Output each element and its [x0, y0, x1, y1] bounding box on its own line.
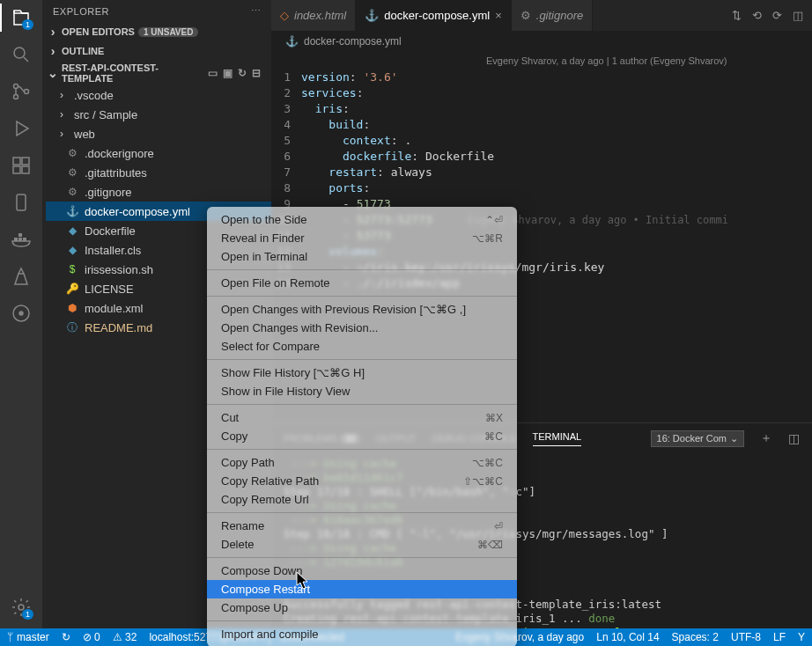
code-line[interactable]: 3 iris:: [271, 101, 812, 117]
status-position[interactable]: Ln 10, Col 14: [596, 631, 659, 643]
section-outline[interactable]: › OUTLINE: [42, 41, 271, 61]
code-line[interactable]: 5 context: .: [271, 133, 812, 149]
status-branch[interactable]: ᛘ master: [7, 631, 49, 643]
menu-item[interactable]: Compose Up: [207, 598, 517, 617]
gitlens-icon[interactable]: [11, 266, 32, 287]
compare-icon[interactable]: ⇅: [732, 9, 742, 22]
status-warnings[interactable]: ⚠ 32: [113, 631, 137, 643]
menu-item[interactable]: Copy⌘C: [207, 427, 517, 445]
menu-item[interactable]: Copy Relative Path⇧⌥⌘C: [207, 472, 517, 490]
explorer-icon[interactable]: 1: [11, 7, 32, 28]
menu-label: Cut: [221, 411, 239, 424]
new-terminal-icon[interactable]: ＋: [760, 430, 772, 446]
split-terminal-icon[interactable]: ◫: [788, 431, 800, 445]
line-number: 2: [271, 85, 301, 101]
editor-tab[interactable]: ⚙.gitignore: [512, 0, 593, 31]
editor-tab[interactable]: ⚓docker-compose.yml×: [356, 0, 512, 31]
tab-label: index.html: [294, 9, 346, 22]
menu-item[interactable]: Compose Restart: [207, 580, 517, 598]
menu-item[interactable]: Show in File History View: [207, 382, 517, 400]
more-icon[interactable]: ⋯: [251, 5, 262, 17]
menu-item[interactable]: Open Changes with Previous Revision [⌥⌘G…: [207, 300, 517, 319]
menu-label: Compose Restart: [221, 583, 310, 596]
code-line[interactable]: 6 dockerfile: Dockerfile: [271, 149, 812, 165]
settings-icon[interactable]: 1: [11, 597, 32, 618]
code-line[interactable]: 4 build:: [271, 117, 812, 133]
code-line[interactable]: 8 ports:: [271, 180, 812, 196]
close-icon[interactable]: ×: [495, 9, 502, 22]
menu-item[interactable]: Import and compile: [207, 625, 517, 643]
collapse-icon[interactable]: ⊟: [252, 67, 261, 79]
search-icon[interactable]: [11, 44, 32, 65]
section-project[interactable]: ⌄ REST-API-CONTEST-TEMPLATE ▭ ▣ ↻ ⊟: [42, 61, 271, 85]
folder-item[interactable]: ›src / Sample: [46, 105, 271, 124]
file-icon: 🔑: [65, 283, 79, 295]
file-item[interactable]: ⚙.gitignore: [46, 182, 271, 202]
menu-separator: [207, 296, 517, 297]
svg-point-3: [25, 90, 29, 94]
tab-terminal[interactable]: TERMINAL: [533, 431, 582, 446]
new-folder-icon[interactable]: ▣: [223, 67, 233, 79]
docker-icon[interactable]: [11, 229, 32, 250]
menu-item[interactable]: Copy Path⌥⌘C: [207, 453, 517, 472]
menu-item[interactable]: Open to the Side⌃⏎: [207, 210, 517, 229]
menu-item[interactable]: Select for Compare: [207, 337, 517, 356]
chevron-right-icon: ›: [55, 89, 69, 101]
line-number: 4: [271, 117, 301, 133]
editor-tab[interactable]: ◇index.html: [271, 0, 356, 31]
breadcrumb[interactable]: ⚓ docker-compose.yml: [271, 31, 812, 52]
item-label: docker-compose.yml: [85, 205, 190, 218]
chevron-right-icon: ›: [55, 108, 69, 121]
file-icon: ⚓: [365, 9, 379, 22]
refresh-icon[interactable]: ↻: [238, 67, 247, 79]
file-item[interactable]: ⚙.dockerignore: [46, 143, 271, 163]
menu-item[interactable]: Show File History [⌥⌘G H]: [207, 363, 517, 382]
menu-item[interactable]: Open File on Remote: [207, 274, 517, 292]
tab-label: .gitignore: [536, 9, 583, 22]
menu-item[interactable]: Copy Remote Url: [207, 490, 517, 509]
folder-item[interactable]: ›.vscode: [46, 85, 271, 105]
menu-item[interactable]: Cut⌘X: [207, 408, 517, 427]
line-number: 5: [271, 133, 301, 149]
file-icon: ⚙: [65, 186, 79, 198]
status-language[interactable]: Y: [798, 631, 805, 643]
item-label: Installer.cls: [85, 244, 141, 257]
folder-item[interactable]: ›web: [46, 124, 271, 143]
line-number: 1: [271, 70, 301, 85]
split-icon[interactable]: ◫: [793, 9, 803, 22]
breadcrumb-file: docker-compose.yml: [304, 35, 402, 48]
menu-item[interactable]: Open Changes with Revision...: [207, 319, 517, 337]
menu-item[interactable]: Rename⏎: [207, 517, 517, 535]
code-line[interactable]: 7 restart: always: [271, 165, 812, 180]
status-errors[interactable]: ⊘ 0: [83, 631, 100, 643]
menu-label: Compose Up: [221, 601, 288, 614]
section-open-editors[interactable]: › OPEN EDITORS 1 UNSAVED: [42, 22, 271, 41]
context-menu[interactable]: Open to the Side⌃⏎Reveal in Finder⌥⌘ROpe…: [207, 207, 517, 646]
debug-icon[interactable]: [11, 118, 32, 139]
status-encoding[interactable]: UTF-8: [731, 631, 761, 643]
status-eol[interactable]: LF: [773, 631, 786, 643]
menu-item[interactable]: Open in Terminal: [207, 247, 517, 266]
menu-label: Open in Terminal: [221, 250, 307, 263]
code-line[interactable]: 1version: '3.6': [271, 70, 812, 85]
status-spaces[interactable]: Spaces: 2: [672, 631, 719, 643]
objectscript-icon[interactable]: [11, 192, 32, 213]
file-icon: ⚙: [65, 147, 79, 159]
source-control-icon[interactable]: [11, 81, 32, 102]
status-sync[interactable]: ↻: [62, 631, 70, 643]
terminal-selector[interactable]: 16: Docker Com ⌄: [651, 430, 744, 447]
prev-icon[interactable]: ⟲: [752, 9, 762, 22]
menu-item[interactable]: Delete⌘⌫: [207, 535, 517, 554]
extensions-icon[interactable]: [11, 155, 32, 176]
item-label: .vscode: [74, 89, 114, 102]
file-item[interactable]: ⚙.gitattributes: [46, 163, 271, 182]
menu-label: Delete: [221, 538, 255, 551]
next-icon[interactable]: ⟳: [772, 9, 782, 22]
code-line[interactable]: 2services:: [271, 85, 812, 101]
remote-icon[interactable]: [11, 303, 32, 324]
menu-item[interactable]: Reveal in Finder⌥⌘R: [207, 229, 517, 247]
menu-item[interactable]: Compose Down: [207, 562, 517, 580]
menu-label: Reveal in Finder: [221, 231, 305, 245]
svg-rect-5: [22, 158, 29, 165]
new-file-icon[interactable]: ▭: [208, 67, 218, 79]
